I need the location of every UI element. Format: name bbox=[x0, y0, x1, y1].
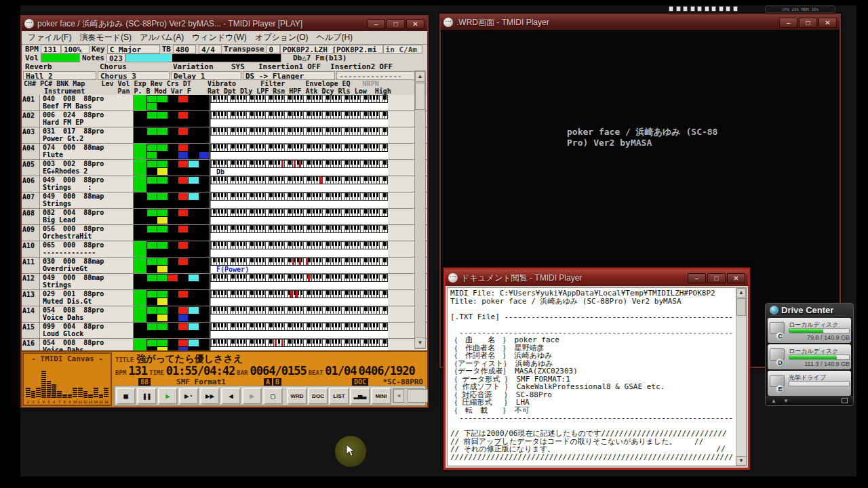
minimize-button[interactable]: – bbox=[688, 273, 706, 283]
channel-row[interactable]: A03031 017 88proPower Gt.2 bbox=[22, 127, 427, 144]
wrd-button[interactable]: WRD bbox=[287, 388, 307, 405]
play-button[interactable]: ▶ bbox=[158, 388, 178, 405]
menu-item-4[interactable]: オプション(O) bbox=[253, 30, 315, 45]
list-button[interactable]: LIST bbox=[329, 388, 349, 405]
channel-id: A11 bbox=[22, 258, 40, 273]
channel-info: 006 024 88proHard FM EP bbox=[40, 111, 134, 127]
fast-forward-button[interactable]: ▶▶ bbox=[200, 388, 220, 405]
frame-button[interactable]: ▢ bbox=[263, 388, 283, 405]
channel-row[interactable]: A04074 000 88mapFlute bbox=[22, 144, 427, 160]
menu-item-0[interactable]: ファイル(F) bbox=[26, 30, 77, 45]
drive-center-title: Drive Center bbox=[781, 305, 833, 315]
channel-program: 006 024 88pro bbox=[43, 111, 133, 119]
dot bbox=[669, 6, 673, 12]
insertion1-value: OFF bbox=[305, 62, 323, 71]
channel-row[interactable]: A13029 001 88proMuted Dis.Gt bbox=[22, 290, 427, 306]
channel-meters bbox=[134, 323, 210, 338]
maximize-button[interactable]: □ bbox=[799, 18, 817, 28]
level-meter bbox=[134, 290, 146, 306]
transport-bar: ■❚❚▶▶·▶▶◀▶▢ WRDDOCLIST▂▅▃MINI ◀ ▶ bbox=[114, 386, 426, 406]
scroll-thumb[interactable] bbox=[415, 83, 425, 110]
channel-row[interactable]: A07049 000 88mapStrings bbox=[22, 192, 427, 209]
drive-row[interactable]: Dローカルディスク111.3 / 140.9 GB bbox=[768, 344, 851, 369]
piano-keyboard bbox=[210, 144, 388, 152]
vertical-scrollbar[interactable]: ▲ ▼ bbox=[414, 70, 426, 349]
channel-row[interactable]: A11030 000 88mapOverdriveGtF(Power) bbox=[22, 258, 427, 274]
wrd-titlebar[interactable]: .WRD画面 - TMIDI Player – □ ✕ bbox=[441, 15, 840, 30]
dot bbox=[683, 6, 688, 12]
scroll-thumb[interactable] bbox=[408, 389, 428, 403]
channel-row[interactable]: A12049 000 88mapStrings bbox=[22, 274, 427, 290]
doc-scrollbar[interactable]: ▲ ▼ bbox=[736, 288, 746, 466]
meter-cells-bottom bbox=[147, 233, 209, 240]
channel-row[interactable]: A10065 000 88pro------------- bbox=[22, 241, 427, 258]
doc-line: // 下記は2000/06現在に記述したものです////////////////… bbox=[450, 430, 734, 438]
mini-button[interactable]: MINI bbox=[371, 388, 391, 405]
skip-back-button[interactable]: ◀ bbox=[221, 388, 241, 405]
doc-button[interactable]: DOC bbox=[308, 388, 328, 405]
badge-88: 88 bbox=[138, 378, 151, 386]
channel-row[interactable]: A01040 008 88proBeef FM Bass bbox=[22, 95, 427, 111]
channel-row[interactable]: A08082 004 88proBig Lead bbox=[22, 209, 427, 225]
drive-row[interactable]: Cローカルディスク79.8 / 140.9 GB bbox=[768, 318, 851, 343]
step-play-button[interactable]: ▶· bbox=[179, 388, 199, 405]
scroll-up-arrow[interactable]: ▲ bbox=[736, 288, 746, 298]
level-meter bbox=[134, 274, 146, 289]
channel-row[interactable]: A14054 008 88proVoice Dahs bbox=[22, 306, 427, 323]
channel-row[interactable]: A05003 002 88proEG+Rhodes 2Db bbox=[22, 160, 427, 176]
time-label: TIME bbox=[149, 369, 164, 376]
meter-cells-top bbox=[147, 161, 209, 167]
meter-button[interactable]: ▂▅▃ bbox=[350, 388, 370, 405]
gadget-down-button[interactable]: ▼ bbox=[783, 398, 789, 404]
doc-titlebar[interactable]: ドキュメント閲覧 - TMIDI Player – □ ✕ bbox=[446, 270, 748, 286]
gadget-up-button[interactable]: ▲ bbox=[771, 398, 776, 404]
minimize-button[interactable]: – bbox=[367, 19, 385, 29]
close-button[interactable]: ✕ bbox=[818, 18, 837, 28]
menu-item-5[interactable]: ヘルプ(H) bbox=[315, 30, 359, 45]
menu-item-2[interactable]: アルバム(A) bbox=[138, 30, 190, 45]
channel-instrument: Flute bbox=[43, 151, 133, 159]
scroll-thumb[interactable] bbox=[736, 298, 746, 316]
scroll-up-arrow[interactable]: ▲ bbox=[415, 71, 425, 82]
scroll-down-arrow[interactable]: ▼ bbox=[736, 456, 747, 466]
close-button[interactable]: ✕ bbox=[406, 19, 425, 29]
transpose-value: 0 bbox=[267, 45, 280, 54]
gadget-options-button[interactable] bbox=[842, 398, 848, 403]
channel-meters bbox=[134, 144, 210, 159]
channel-row[interactable]: A06049 000 88proStrings : bbox=[22, 176, 427, 192]
pause-button[interactable]: ❚❚ bbox=[137, 388, 157, 405]
keyboard-subline bbox=[210, 136, 388, 143]
scroll-track[interactable] bbox=[404, 389, 412, 403]
menu-item-3[interactable]: ウィンドウ(W) bbox=[190, 30, 253, 45]
channel-instrument: EG+Rhodes 2 bbox=[43, 167, 133, 175]
drive-row[interactable]: E光学ドライブ bbox=[768, 371, 851, 396]
doc-line: ----------------------------------------… bbox=[450, 329, 734, 337]
channel-row[interactable]: A15099 004 88proLoud Glock bbox=[22, 323, 427, 339]
menu-item-1[interactable]: 演奏モード(S) bbox=[77, 30, 138, 45]
doc-line: // 前回アップしたデータはコードの取りそこないがありました。 // bbox=[450, 438, 734, 446]
maximize-button[interactable]: □ bbox=[387, 19, 405, 29]
scroll-left-arrow[interactable]: ◀ bbox=[393, 389, 404, 403]
bar-value: 0064/0155 bbox=[250, 364, 307, 378]
horizontal-scrollbar[interactable]: ◀ ▶ bbox=[393, 388, 424, 403]
main-titlebar[interactable]: poker face / 浜崎あゆみ (SC-88Pro) Ver2 byMAS… bbox=[22, 16, 427, 31]
keyboard-subline bbox=[210, 152, 388, 159]
minimize-button[interactable]: – bbox=[779, 18, 797, 28]
channel-row[interactable]: A09056 000 88proOrchestraHit bbox=[22, 225, 427, 241]
drive-usage-bar bbox=[789, 381, 850, 386]
meter-cells-bottom bbox=[147, 314, 209, 321]
dot bbox=[726, 6, 730, 12]
scroll-down-arrow[interactable]: ▼ bbox=[414, 338, 426, 348]
drive-usage-text bbox=[789, 387, 850, 394]
variation-value: Delay 1 bbox=[171, 71, 241, 80]
maximize-button[interactable]: □ bbox=[707, 273, 726, 283]
close-button[interactable]: ✕ bbox=[727, 273, 745, 283]
drive-center-logo-icon bbox=[770, 306, 778, 314]
channel-keyboard: Db bbox=[210, 160, 388, 176]
channel-instrument: Voice Dahs bbox=[43, 314, 133, 321]
skip-forward-button[interactable]: ▶ bbox=[242, 388, 262, 405]
stop-button[interactable]: ■ bbox=[116, 388, 136, 405]
channel-row[interactable]: A02006 024 88proHard FM EP bbox=[22, 111, 427, 127]
bpm-label: BPM bbox=[23, 45, 41, 54]
doc-line: ｛ 作曲者名 ｝ 星野靖彦 bbox=[450, 344, 734, 352]
